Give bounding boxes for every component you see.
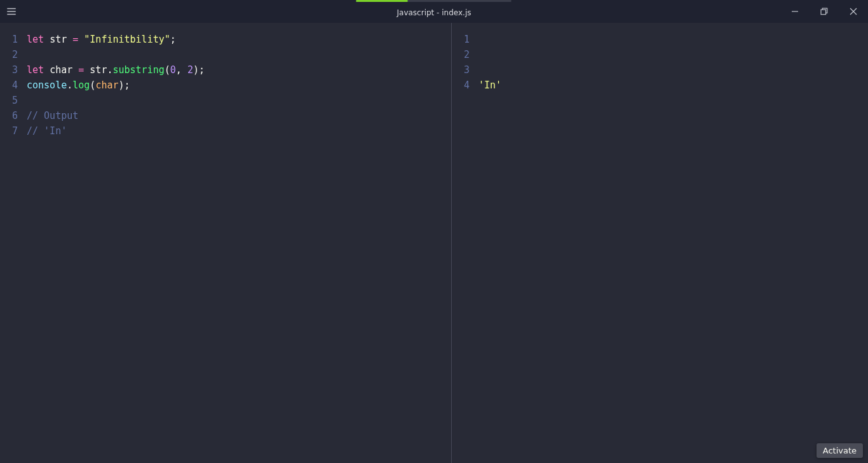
line-number: 7 xyxy=(0,123,27,139)
line-number: 2 xyxy=(452,47,478,62)
line-number: 1 xyxy=(0,32,27,47)
maximize-button[interactable] xyxy=(810,0,839,23)
code-line: 2 xyxy=(452,47,868,62)
activate-button[interactable]: Activate xyxy=(817,443,863,458)
code-line: 1 xyxy=(452,32,868,47)
line-number: 4 xyxy=(0,78,27,93)
line-number: 2 xyxy=(0,47,27,62)
line-content: let str = "Infinitbility"; xyxy=(27,32,176,47)
minimize-button[interactable] xyxy=(780,0,810,23)
title-progress-bar xyxy=(356,0,512,2)
output-content: 1234'In' xyxy=(452,23,868,93)
window-title-container: Javascript - index.js xyxy=(397,0,471,23)
code-line: 2 xyxy=(0,47,451,62)
line-number: 6 xyxy=(0,108,27,123)
line-content: console.log(char); xyxy=(27,78,130,93)
code-line: 5 xyxy=(0,93,451,108)
code-line: 6// Output xyxy=(0,108,451,123)
code-editor-content: 1let str = "Infinitbility";23let char = … xyxy=(0,23,451,139)
editor-split-view: 1let str = "Infinitbility";23let char = … xyxy=(0,23,868,463)
line-content: // Output xyxy=(27,108,78,123)
line-content: // 'In' xyxy=(27,123,67,139)
line-number: 3 xyxy=(0,62,27,78)
code-line: 4console.log(char); xyxy=(0,78,451,93)
code-line: 4'In' xyxy=(452,78,868,93)
line-content: let char = str.substring(0, 2); xyxy=(27,62,205,78)
code-line: 7// 'In' xyxy=(0,123,451,139)
svg-rect-5 xyxy=(821,10,826,15)
output-pane[interactable]: 1234'In' xyxy=(451,23,868,463)
line-content: 'In' xyxy=(478,78,501,93)
line-number: 5 xyxy=(0,93,27,108)
line-number: 3 xyxy=(452,62,478,78)
code-line: 3 xyxy=(452,62,868,78)
window-controls xyxy=(780,0,868,23)
code-line: 3let char = str.substring(0, 2); xyxy=(0,62,451,78)
close-button[interactable] xyxy=(839,0,868,23)
window-title: Javascript - index.js xyxy=(397,8,471,17)
line-number: 4 xyxy=(452,78,478,93)
titlebar: Javascript - index.js xyxy=(0,0,868,23)
line-number: 1 xyxy=(452,32,478,47)
app-window: Javascript - index.js 1let str = "In xyxy=(0,0,868,463)
code-editor-pane[interactable]: 1let str = "Infinitbility";23let char = … xyxy=(0,23,451,463)
code-line: 1let str = "Infinitbility"; xyxy=(0,32,451,47)
menu-icon[interactable] xyxy=(0,0,23,23)
